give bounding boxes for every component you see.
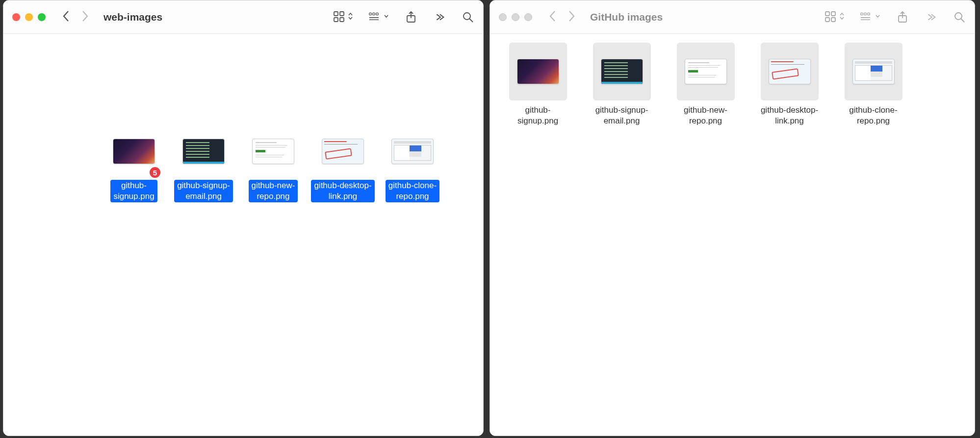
svg-point-11 [464, 13, 470, 20]
file-grid: github- signup.pnggithub-signup- email.p… [490, 34, 975, 140]
file-thumbnail[interactable] [677, 43, 735, 100]
file-label[interactable]: github- signup.png [515, 104, 561, 127]
content-area[interactable]: 5github- signup.pnggithub-signup- email.… [3, 34, 483, 436]
svg-line-25 [961, 19, 964, 22]
svg-rect-3 [340, 18, 344, 22]
toolbar-actions [825, 11, 966, 24]
file-thumbnail[interactable] [388, 127, 437, 176]
file-item[interactable]: github-desktop- link.png [311, 127, 375, 202]
file-item[interactable]: github-clone- repo.png [835, 43, 911, 127]
file-item[interactable]: github-new- repo.png [668, 43, 744, 127]
count-badge: 5 [149, 166, 161, 179]
file-thumbnail[interactable] [179, 127, 228, 176]
svg-rect-18 [864, 13, 866, 15]
window-title: web-images [103, 11, 162, 23]
file-thumbnail[interactable] [845, 43, 903, 100]
file-thumbnail[interactable] [761, 43, 819, 100]
nav-arrows [548, 9, 576, 25]
back-button[interactable] [548, 9, 558, 25]
file-thumbnail[interactable] [318, 127, 367, 176]
toolbar: GitHub images [490, 0, 975, 34]
svg-rect-1 [340, 12, 344, 16]
more-button[interactable] [433, 11, 446, 24]
file-label[interactable]: github-desktop- link.png [758, 104, 821, 127]
window-title: GitHub images [590, 11, 663, 23]
file-thumbnail[interactable]: 5 [109, 127, 158, 176]
minimize-window-button[interactable] [25, 13, 33, 21]
share-button[interactable] [405, 11, 417, 24]
thumbnail-image [113, 139, 155, 164]
search-button[interactable] [953, 11, 966, 24]
svg-rect-19 [868, 13, 870, 15]
forward-button[interactable] [567, 9, 576, 25]
file-label[interactable]: github-clone- repo.png [846, 104, 900, 127]
fullscreen-window-button[interactable] [38, 13, 46, 21]
view-icons-button[interactable] [825, 11, 845, 24]
svg-rect-2 [334, 18, 338, 22]
search-button[interactable] [462, 11, 474, 24]
file-item[interactable]: github- signup.png [500, 43, 576, 127]
svg-rect-5 [373, 13, 375, 15]
finder-window-active: web-images 5github- signup.pnggithub-sig… [3, 0, 484, 436]
file-thumbnail[interactable] [509, 43, 567, 100]
svg-rect-17 [861, 13, 863, 15]
file-label[interactable]: github-clone- repo.png [386, 180, 439, 202]
thumbnail-image [391, 139, 434, 164]
file-label[interactable]: github-signup- email.png [174, 180, 233, 202]
group-by-button[interactable] [860, 11, 880, 24]
file-label[interactable]: github- signup.png [110, 180, 157, 202]
file-item[interactable]: github-signup- email.png [584, 43, 660, 127]
file-thumbnail[interactable] [593, 43, 651, 100]
group-by-button[interactable] [369, 11, 389, 24]
file-thumbnail[interactable] [249, 127, 298, 176]
fullscreen-window-button[interactable] [524, 13, 532, 21]
toolbar: web-images [3, 0, 483, 34]
svg-point-24 [955, 13, 962, 20]
svg-rect-6 [376, 13, 378, 15]
thumbnail-image [517, 59, 559, 84]
traffic-lights [499, 13, 532, 21]
back-button[interactable] [61, 9, 71, 25]
chevron-updown-icon [348, 12, 353, 23]
thumbnail-image [252, 139, 294, 164]
thumbnail-image [182, 139, 225, 164]
traffic-lights [12, 13, 46, 21]
file-grid: 5github- signup.pnggithub-signup- email.… [3, 34, 483, 215]
file-item[interactable]: github-clone- repo.png [381, 127, 444, 202]
svg-rect-15 [825, 18, 829, 22]
thumbnail-image [852, 59, 895, 84]
svg-rect-13 [825, 12, 829, 16]
chevron-down-icon [875, 12, 880, 23]
forward-button[interactable] [80, 9, 90, 25]
thumbnail-image [601, 59, 643, 84]
svg-rect-4 [369, 13, 371, 15]
svg-rect-16 [831, 18, 835, 22]
file-label[interactable]: github-new- repo.png [249, 180, 298, 202]
nav-arrows [61, 9, 90, 25]
svg-line-12 [469, 19, 473, 22]
file-label[interactable]: github-signup- email.png [593, 104, 651, 127]
file-label[interactable]: github-new- repo.png [681, 104, 730, 127]
close-window-button[interactable] [499, 13, 507, 21]
view-icons-button[interactable] [333, 11, 353, 24]
svg-rect-14 [831, 12, 835, 16]
file-item[interactable]: 5github- signup.png [102, 127, 166, 202]
minimize-window-button[interactable] [512, 13, 519, 21]
thumbnail-image [685, 59, 727, 84]
content-area[interactable]: github- signup.pnggithub-signup- email.p… [490, 34, 975, 436]
more-button[interactable] [925, 11, 937, 24]
svg-rect-0 [334, 12, 338, 16]
file-label[interactable]: github-desktop- link.png [311, 180, 374, 202]
thumbnail-image [322, 139, 364, 164]
share-button[interactable] [896, 11, 909, 24]
file-item[interactable]: github-new- repo.png [241, 127, 305, 202]
thumbnail-image [769, 59, 811, 84]
file-item[interactable]: github-signup- email.png [172, 127, 235, 202]
close-window-button[interactable] [12, 13, 20, 21]
finder-window-inactive: GitHub images github- signup.pnggithub-s… [490, 0, 975, 436]
file-item[interactable]: github-desktop- link.png [751, 43, 827, 127]
toolbar-actions [333, 11, 474, 24]
chevron-down-icon [384, 12, 389, 23]
chevron-updown-icon [839, 12, 845, 23]
